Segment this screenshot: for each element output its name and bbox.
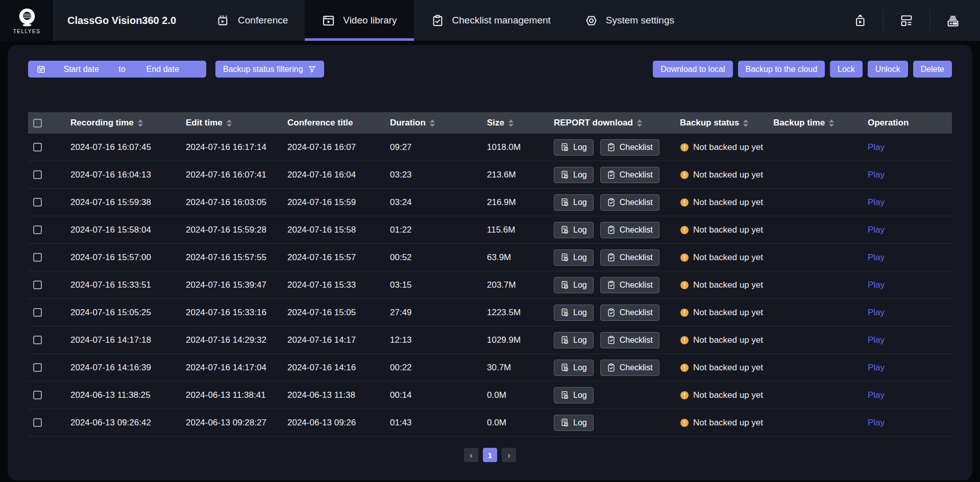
header-cell-backup_status[interactable]: Backup status [680,118,773,128]
checklist-button[interactable]: Checklist [600,222,659,238]
row-checkbox[interactable] [33,336,42,344]
cell-edit-time: 2024-07-16 15:39:47 [186,280,287,290]
header-cell-edit_time[interactable]: Edit time [186,118,287,128]
checklist-button[interactable]: Checklist [600,249,659,266]
sort-icon[interactable] [829,119,834,127]
play-link[interactable]: Play [868,308,885,318]
filter-toolbar: Start date to End date Backup status fil… [28,61,952,78]
log-button[interactable]: Log [554,139,594,156]
warning-icon [680,198,689,207]
row-checkbox[interactable] [33,308,42,317]
end-date-input[interactable]: End date [128,65,198,74]
select-all-checkbox[interactable] [33,119,42,128]
table-row: 2024-07-16 15:59:382024-07-16 16:03:0520… [28,189,952,216]
checklist-button[interactable]: Checklist [600,305,659,321]
header-cell-recording_time[interactable]: Recording time [70,118,186,128]
tab-checklist-management[interactable]: Checklist management [414,0,568,41]
log-button[interactable]: Log [554,194,594,211]
backup-to-cloud-button[interactable]: Backup to the cloud [738,61,825,78]
sort-icon[interactable] [508,119,513,127]
main-tabs: Conference Video library [200,0,691,41]
checklist-button[interactable]: Checklist [600,194,659,211]
row-checkbox[interactable] [33,363,42,372]
play-link[interactable]: Play [868,280,885,290]
recorder-device-icon[interactable] [945,13,961,28]
page-1-button[interactable]: 1 [483,448,497,462]
sort-icon[interactable] [743,119,748,127]
header-cell-backup_time[interactable]: Backup time [773,118,868,128]
row-checkbox[interactable] [33,198,42,207]
log-button[interactable]: Log [554,360,594,376]
checklist-button[interactable]: Checklist [600,332,659,348]
play-link[interactable]: Play [868,142,885,153]
log-button[interactable]: Log [554,332,594,348]
layout-dashboard-icon[interactable] [899,13,914,28]
lock-button[interactable]: Lock [830,61,863,78]
cell-conference-title: 2024-06-13 11:38 [287,390,390,400]
cell-select [28,281,70,289]
log-button[interactable]: Log [554,305,594,321]
cell-edit-time: 2024-07-16 16:07:41 [186,170,287,180]
log-button[interactable]: Log [554,277,594,293]
checklist-button[interactable]: Checklist [600,277,659,293]
cell-report-download: LogChecklist [554,167,680,183]
checklist-button[interactable]: Checklist [600,167,659,183]
sort-icon[interactable] [430,119,435,127]
cell-recording-time: 2024-07-16 16:04:13 [70,170,186,180]
cell-backup-status: Not backed up yet [680,170,773,180]
download-to-local-button[interactable]: Download to local [653,61,732,78]
log-button[interactable]: Log [554,167,594,183]
tab-system-settings[interactable]: System settings [568,0,691,41]
log-button[interactable]: Log [554,387,594,403]
filter-button-label: Backup status filtering [223,65,303,74]
row-checkbox[interactable] [33,225,42,234]
sort-icon[interactable] [637,119,642,127]
header-label: Backup status [680,118,739,128]
backup-status-text: Not backed up yet [693,363,763,373]
previous-page-button[interactable]: ‹ [464,448,478,462]
sort-icon[interactable] [138,119,143,127]
log-button[interactable]: Log [554,415,594,431]
cell-duration: 12:13 [390,335,487,345]
checklist-button[interactable]: Checklist [600,360,659,376]
next-page-button[interactable]: › [502,448,516,462]
checklist-button[interactable]: Checklist [600,139,659,156]
row-checkbox[interactable] [33,143,42,151]
cell-duration: 00:52 [390,252,487,263]
play-link[interactable]: Play [868,418,885,428]
sort-icon[interactable] [227,119,232,127]
play-link[interactable]: Play [868,335,885,345]
play-link[interactable]: Play [868,363,885,373]
delete-button[interactable]: Delete [913,61,952,78]
row-checkbox[interactable] [33,418,42,427]
row-checkbox[interactable] [33,170,42,179]
log-icon [560,418,569,427]
log-button[interactable]: Log [554,249,594,266]
play-link[interactable]: Play [868,390,885,400]
cell-size: 30.7M [487,363,554,373]
cell-recording-time: 2024-07-16 15:58:04 [70,225,186,235]
video-library-panel: Start date to End date Backup status fil… [8,45,972,480]
unlock-button[interactable]: Unlock [868,61,908,78]
backup-status-text: Not backed up yet [693,335,763,345]
cast-screen-icon[interactable] [852,13,868,28]
header-cell-duration[interactable]: Duration [390,118,487,128]
header-cell-size[interactable]: Size [487,118,554,128]
table-header-row: Recording timeEdit timeConference titleD… [28,112,952,134]
row-checkbox[interactable] [33,281,42,289]
row-checkbox[interactable] [33,391,42,399]
play-link[interactable]: Play [868,225,885,235]
checklist-icon [607,363,616,372]
play-link[interactable]: Play [868,170,885,180]
play-link[interactable]: Play [868,197,885,208]
tab-conference[interactable]: Conference [200,0,305,41]
row-checkbox[interactable] [33,253,42,262]
log-button[interactable]: Log [554,222,594,238]
date-range-picker[interactable]: Start date to End date [28,61,206,78]
backup-status-filter-button[interactable]: Backup status filtering [215,61,324,78]
tab-video-library[interactable]: Video library [305,0,413,41]
cell-duration: 00:14 [390,390,487,400]
header-cell-report_download[interactable]: REPORT download [554,118,680,128]
start-date-input[interactable]: Start date [46,65,116,74]
play-link[interactable]: Play [868,252,885,263]
